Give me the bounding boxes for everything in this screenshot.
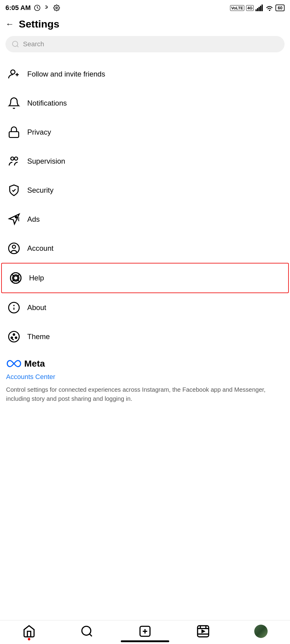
svg-point-14: [11, 157, 14, 160]
svg-point-16: [15, 216, 17, 218]
nav-item-search[interactable]: [80, 625, 94, 638]
nav-item-home[interactable]: [22, 625, 36, 638]
svg-rect-13: [9, 132, 19, 137]
svg-line-43: [90, 634, 92, 636]
svg-point-30: [14, 276, 18, 280]
nfc-icon: [44, 5, 50, 11]
svg-line-18: [18, 218, 19, 218]
svg-marker-52: [202, 630, 204, 632]
svg-line-9: [17, 46, 18, 47]
svg-rect-6: [262, 5, 263, 11]
about-icon: [6, 300, 22, 315]
svg-point-39: [11, 337, 12, 338]
accounts-center-link[interactable]: Accounts Center: [6, 373, 284, 381]
search-icon: [12, 40, 19, 48]
menu-item-ads[interactable]: Ads: [0, 205, 290, 234]
svg-point-7: [269, 10, 270, 11]
battery-icon: 60: [275, 5, 285, 11]
account-label: Account: [27, 244, 54, 253]
search-bar[interactable]: Search: [5, 36, 285, 52]
notifications-label: Notifications: [27, 99, 67, 107]
svg-rect-2: [255, 9, 257, 11]
follow-icon: [6, 66, 22, 82]
theme-label: Theme: [27, 332, 50, 341]
follow-label: Follow and invite friends: [27, 70, 105, 78]
menu-item-notifications[interactable]: Notifications: [0, 89, 290, 118]
svg-point-10: [11, 70, 15, 74]
home-notification-dot: [28, 638, 30, 640]
svg-point-42: [82, 626, 91, 635]
menu-item-help[interactable]: Help: [1, 263, 289, 293]
privacy-icon: [6, 124, 22, 140]
settings-menu-list: Follow and invite friends Notifications …: [0, 60, 290, 351]
meta-description: Control settings for connected experienc…: [6, 385, 284, 403]
supervision-label: Supervision: [27, 157, 65, 165]
security-icon: [6, 182, 22, 198]
svg-line-28: [18, 280, 18, 280]
privacy-label: Privacy: [27, 128, 51, 136]
profile-avatar: [254, 625, 268, 638]
home-icon: [22, 625, 36, 638]
create-icon: [138, 625, 152, 638]
nav-item-reels[interactable]: [196, 625, 210, 638]
back-button[interactable]: ←: [5, 20, 14, 28]
svg-point-21: [12, 245, 16, 249]
about-label: About: [27, 303, 46, 312]
svg-point-15: [15, 157, 18, 160]
volte-icon: VoLTE: [230, 5, 244, 11]
svg-point-8: [12, 41, 18, 46]
meta-logo: Meta: [6, 358, 284, 369]
svg-line-25: [18, 276, 18, 276]
meta-logo-svg: [6, 359, 22, 368]
reels-icon: [196, 625, 210, 638]
wifi-icon: [265, 5, 274, 11]
svg-line-31: [12, 274, 14, 276]
menu-item-privacy[interactable]: Privacy: [0, 118, 290, 147]
svg-point-38: [9, 332, 19, 342]
signal-icon: [255, 5, 263, 11]
svg-line-27: [14, 280, 14, 280]
clock-icon: [34, 5, 41, 11]
menu-item-about[interactable]: About: [0, 293, 290, 322]
ads-icon: [6, 211, 22, 227]
security-label: Security: [27, 186, 54, 195]
account-icon: [6, 240, 22, 256]
page-title: Settings: [19, 18, 59, 30]
nav-item-profile[interactable]: [254, 625, 268, 638]
svg-line-34: [18, 280, 19, 282]
meta-section: Meta Accounts Center Control settings fo…: [0, 351, 290, 408]
menu-item-security[interactable]: Security: [0, 176, 290, 205]
svg-point-41: [15, 337, 17, 338]
avatar-image: [254, 625, 268, 638]
supervision-icon: [6, 153, 22, 169]
search-nav-icon: [80, 625, 94, 638]
nav-item-create[interactable]: [138, 625, 152, 638]
svg-line-33: [12, 280, 14, 282]
menu-item-supervision[interactable]: Supervision: [0, 147, 290, 176]
svg-rect-3: [257, 8, 258, 11]
ads-label: Ads: [27, 215, 40, 224]
help-icon: [8, 270, 24, 286]
search-container: Search: [0, 36, 290, 60]
svg-rect-4: [259, 7, 260, 11]
menu-item-theme[interactable]: Theme: [0, 322, 290, 351]
svg-line-32: [18, 274, 19, 276]
svg-line-19: [18, 221, 19, 221]
meta-logo-text: Meta: [24, 358, 45, 369]
status-bar: 6:05 AM VoLTE 4G: [0, 0, 290, 15]
gear-icon: [53, 5, 60, 11]
menu-item-account[interactable]: Account: [0, 234, 290, 263]
help-label: Help: [29, 274, 44, 282]
svg-line-24: [14, 276, 14, 276]
settings-header: ← Settings: [0, 15, 290, 36]
notifications-icon: [6, 95, 22, 111]
svg-point-1: [56, 7, 58, 9]
theme-icon: [6, 329, 22, 345]
status-right-icons: VoLTE 4G 60: [230, 5, 285, 11]
menu-item-follow[interactable]: Follow and invite friends: [0, 60, 290, 89]
home-indicator: [121, 640, 169, 642]
svg-rect-5: [260, 6, 261, 11]
search-placeholder: Search: [23, 40, 44, 48]
status-time: 6:05 AM: [5, 4, 60, 12]
svg-point-40: [13, 334, 15, 335]
